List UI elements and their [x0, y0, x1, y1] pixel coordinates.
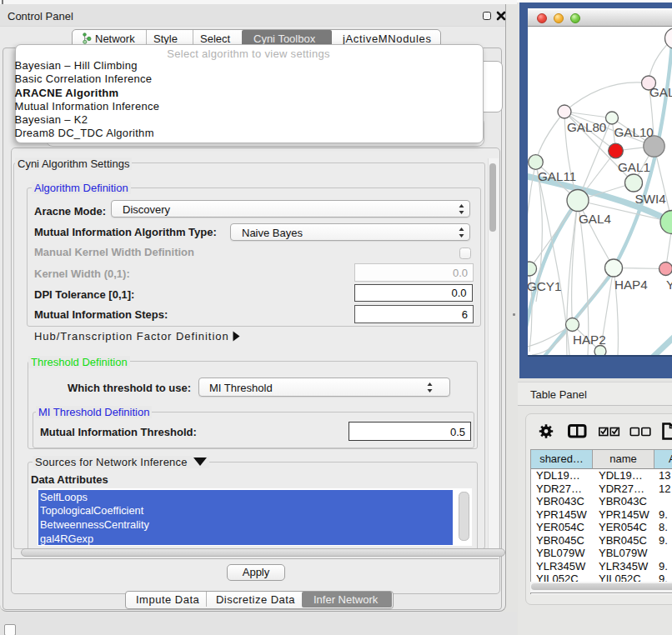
svg-text:GAL7: GAL7 [649, 84, 672, 98]
svg-text:Y: Y [666, 277, 672, 291]
svg-text:HAP4: HAP4 [614, 277, 648, 291]
svg-text:GAL10: GAL10 [614, 124, 654, 138]
svg-text:SWI4: SWI4 [635, 192, 666, 206]
svg-text:GAL80: GAL80 [567, 120, 606, 134]
svg-text:HAP2: HAP2 [573, 332, 606, 346]
svg-text:GCY1: GCY1 [528, 278, 561, 292]
svg-text:GAL11: GAL11 [538, 168, 576, 182]
svg-text:GAL1: GAL1 [618, 159, 650, 173]
svg-text:GAL4: GAL4 [579, 211, 611, 225]
